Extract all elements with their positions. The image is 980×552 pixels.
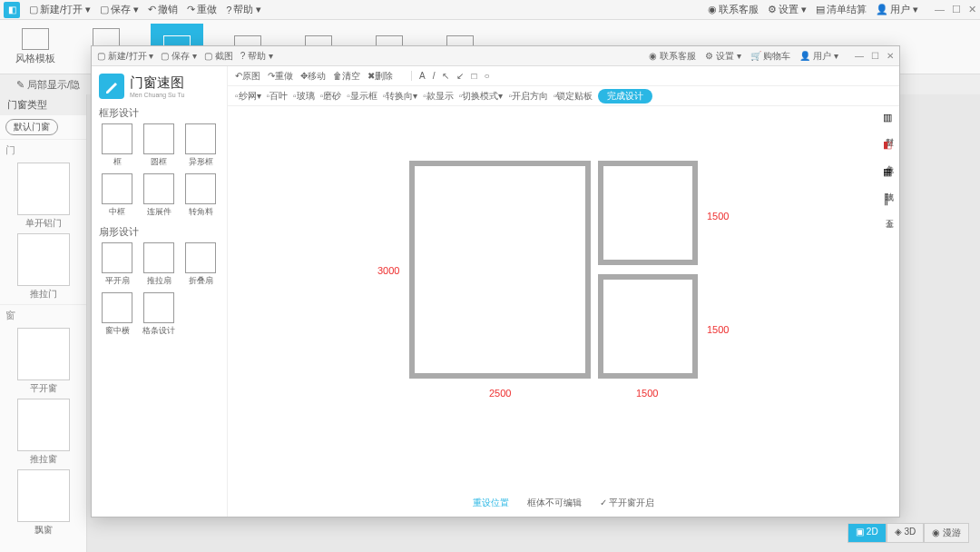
side-item-4[interactable]: 飘窗 (0, 469, 86, 537)
tb-origin[interactable]: ↶原图 (235, 70, 260, 83)
bill-button[interactable]: ▤ 清单结算 (816, 3, 867, 16)
mode-roam[interactable]: ◉ 漫游 (924, 523, 969, 543)
opt-4[interactable]: ▫显示框 (347, 90, 377, 103)
view-mode-switch: ▣ 2D ◈ 3D ◉ 漫游 (848, 523, 969, 543)
dim-left: 3000 (377, 265, 399, 276)
save-menu[interactable]: ▢ 保存 ▾ (100, 3, 139, 16)
opt-0[interactable]: ▫纱网▾ (235, 90, 261, 103)
tb-move[interactable]: ✥移动 (300, 70, 326, 83)
dialog-topbar: ▢ 新建/打开 ▾ ▢ 保存 ▾ ▢ 截图 ? 帮助 ▾ ◉ 联系客服 ⚙ 设置… (92, 46, 899, 66)
frame-bottom-right[interactable] (598, 274, 698, 379)
side-cat-door: 门 (0, 139, 86, 159)
dim-bot-right: 1500 (636, 388, 658, 399)
pencil-icon (99, 74, 124, 99)
draw-text[interactable]: A (411, 71, 426, 81)
side-cat-window: 窗 (0, 304, 86, 324)
frame-top-right[interactable] (598, 161, 698, 265)
frame-item-0[interactable]: 框 (99, 123, 135, 168)
frame-item-4[interactable]: 连展件 (141, 173, 177, 218)
lock-frame-toggle[interactable]: 框体不可编辑 (527, 497, 582, 509)
opt-1[interactable]: ▫百叶 (267, 90, 289, 103)
help-menu[interactable]: ? 帮助 ▾ (226, 3, 261, 16)
tb-delete[interactable]: ✖删除 (368, 70, 393, 83)
dlg-save[interactable]: ▢ 保存 ▾ (161, 50, 197, 63)
section-frame-design: 框形设计 (99, 106, 220, 120)
sash-item-3[interactable]: 窗中横 (99, 292, 135, 337)
dlg-contact[interactable]: ◉ 联系客服 (649, 50, 696, 63)
sash-item-2[interactable]: 折叠扇 (182, 242, 219, 287)
opt-3[interactable]: ▫磨砂 (320, 90, 342, 103)
settings-menu[interactable]: ⚙ 设置 ▾ (768, 3, 807, 16)
redo-button[interactable]: ↷ 重做 (187, 3, 217, 16)
finish-design-button[interactable]: 完成设计 (598, 89, 652, 104)
opt-6[interactable]: ▫款显示 (423, 90, 454, 103)
dlg-settings[interactable]: ⚙ 设置 ▾ (705, 50, 741, 63)
draw-circle[interactable]: ○ (485, 71, 490, 81)
dialog-left-panel: 门窗速图Men Chuang Su Tu 框形设计 框 圆框 异形框 中框 连展… (92, 66, 228, 517)
section-sash-design: 扇形设计 (99, 225, 220, 239)
side-panel: 门窗类型 默认门窗 门 单开铝门 推拉门 窗 平开窗 推拉窗 飘窗 (0, 94, 87, 552)
opt-5[interactable]: ▫转换向▾ (383, 90, 418, 103)
opt-7[interactable]: ▫切换模式▾ (459, 90, 504, 103)
sash-item-0[interactable]: 平开扇 (99, 242, 135, 287)
new-open-menu[interactable]: ▢ 新建/打开 ▾ (29, 3, 91, 16)
dialog-main: ↶原图 ↷重做 ✥移动 🗑清空 ✖删除 A / ↖ ↙ □ ○ ▫纱网▾ ▫百叶… (228, 66, 899, 517)
mode-3d[interactable]: ◈ 3D (887, 523, 925, 543)
app-logo-icon: ◧ (4, 2, 20, 18)
dlg-new-open[interactable]: ▢ 新建/打开 ▾ (97, 50, 153, 63)
open-toggle[interactable]: ✓ 平开窗开启 (600, 497, 655, 509)
contact-button[interactable]: ◉ 联系客服 (708, 3, 759, 16)
draw-line[interactable]: / (433, 71, 436, 81)
frame-item-1[interactable]: 圆框 (141, 123, 177, 168)
partial-display-toggle[interactable]: ✎ 局部显示/隐 (9, 76, 87, 94)
dlg-user[interactable]: 👤 用户 ▾ (799, 50, 838, 63)
undo-button[interactable]: ↶ 撤销 (148, 3, 178, 16)
side-tab-type[interactable]: 门窗类型 (0, 94, 86, 115)
glass-icon: ▦ (883, 166, 896, 179)
option-toolbar: ▫纱网▾ ▫百叶 ▫玻璃 ▫磨砂 ▫显示框 ▫转换向▾ ▫款显示 ▫切换模式▾ … (228, 86, 899, 106)
right-tabs: ▥ 型材 ◧ 色卡 ▦ 玻璃 ║ 五金 (879, 106, 899, 213)
dialog-logo: 门窗速图Men Chuang Su Tu (99, 74, 220, 99)
opt-2[interactable]: ▫玻璃 (293, 90, 315, 103)
dlg-maximize[interactable]: ☐ (871, 51, 879, 61)
dlg-help[interactable]: ? 帮助 ▾ (240, 50, 273, 63)
draw-arrow2[interactable]: ↙ (456, 71, 464, 81)
dim-right-top: 1500 (707, 211, 729, 222)
frame-items: 框 圆框 异形框 中框 连展件 转角料 (99, 123, 220, 218)
edit-toolbar: ↶原图 ↷重做 ✥移动 🗑清空 ✖删除 A / ↖ ↙ □ ○ (228, 66, 899, 86)
dlg-close[interactable]: ✕ (887, 51, 894, 61)
frame-item-2[interactable]: 异形框 (182, 123, 219, 168)
draw-arrow1[interactable]: ↖ (442, 71, 449, 81)
side-item-0[interactable]: 单开铝门 (0, 163, 86, 230)
minimize-button[interactable]: — (935, 4, 945, 15)
tb-clear[interactable]: 🗑清空 (333, 70, 360, 83)
user-menu[interactable]: 👤 用户 ▾ (876, 3, 918, 16)
close-button[interactable]: ✕ (968, 4, 976, 15)
default-window-button[interactable]: 默认门窗 (5, 119, 58, 135)
ribbon-style-template[interactable]: 风格模板 (9, 24, 62, 70)
side-item-1[interactable]: 推拉门 (0, 233, 86, 301)
sash-item-1[interactable]: 推拉扇 (141, 242, 177, 287)
frame-item-5[interactable]: 转角料 (182, 173, 219, 218)
side-item-3[interactable]: 推拉窗 (0, 399, 86, 466)
frame-item-3[interactable]: 中框 (99, 173, 135, 218)
opt-8[interactable]: ▫开启方向 (508, 90, 548, 103)
sash-item-4[interactable]: 格条设计 (141, 292, 177, 337)
reset-position[interactable]: 重设位置 (473, 497, 509, 509)
profiles-icon: ▥ (883, 112, 896, 124)
mode-2d[interactable]: ▣ 2D (848, 523, 887, 543)
side-item-2[interactable]: 平开窗 (0, 328, 86, 395)
dlg-minimize[interactable]: — (855, 51, 864, 61)
draw-rect[interactable]: □ (471, 71, 476, 81)
sash-items: 平开扇 推拉扇 折叠扇 窗中横 格条设计 (99, 242, 220, 337)
frame-main[interactable] (409, 161, 591, 379)
tb-redo[interactable]: ↷重做 (268, 70, 293, 83)
dlg-screenshot[interactable]: ▢ 截图 (204, 50, 233, 63)
app-topbar: ◧ ▢ 新建/打开 ▾ ▢ 保存 ▾ ↶ 撤销 ↷ 重做 ? 帮助 ▾ ◉ 联系… (0, 0, 980, 20)
maximize-button[interactable]: ☐ (952, 4, 961, 15)
design-canvas[interactable]: 3000 1500 1500 2500 1500 (228, 106, 879, 517)
window-editor-dialog: ▢ 新建/打开 ▾ ▢ 保存 ▾ ▢ 截图 ? 帮助 ▾ ◉ 联系客服 ⚙ 设置… (91, 45, 900, 518)
opt-9[interactable]: ▫锁定贴板 (554, 90, 593, 103)
dlg-cart[interactable]: 🛒 购物车 (750, 50, 791, 63)
hardware-icon: ║ (883, 193, 896, 206)
